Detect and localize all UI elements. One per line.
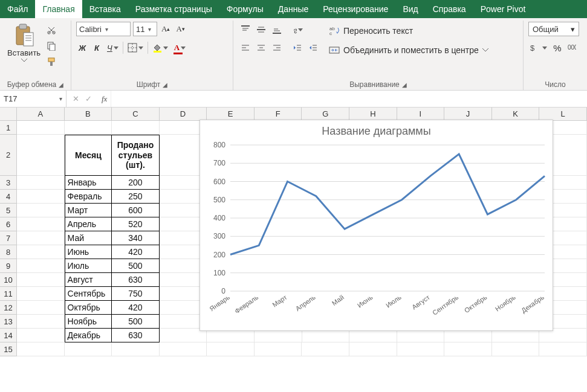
cell[interactable] bbox=[17, 287, 65, 301]
chart-object[interactable]: Название диаграммы 010020030040050060070… bbox=[199, 120, 553, 331]
column-header[interactable]: C bbox=[112, 108, 160, 120]
cell[interactable]: Декабрь bbox=[65, 329, 112, 342]
cell[interactable] bbox=[17, 135, 65, 176]
cell[interactable]: Март bbox=[65, 204, 112, 217]
cell[interactable] bbox=[539, 342, 587, 356]
align-center-button[interactable] bbox=[254, 41, 268, 54]
orientation-button[interactable]: ab bbox=[290, 23, 305, 36]
menu-tab-вставка[interactable]: Вставка bbox=[82, 0, 128, 18]
cell[interactable] bbox=[17, 176, 65, 190]
column-header[interactable]: I bbox=[397, 108, 445, 120]
cell[interactable] bbox=[65, 121, 112, 135]
cell[interactable]: 630 bbox=[112, 273, 160, 287]
number-format-combo[interactable]: Общий ▾ bbox=[528, 22, 579, 36]
cell[interactable] bbox=[17, 329, 65, 342]
enter-formula-button[interactable]: ✓ bbox=[85, 94, 92, 103]
cell[interactable] bbox=[65, 342, 112, 356]
comma-style-button[interactable]: 000 bbox=[566, 41, 578, 54]
column-header[interactable]: K bbox=[492, 108, 540, 120]
column-header[interactable]: J bbox=[444, 108, 492, 120]
cell[interactable] bbox=[255, 342, 302, 356]
copy-button[interactable] bbox=[45, 40, 57, 52]
select-all-corner[interactable] bbox=[0, 108, 17, 121]
align-left-button[interactable] bbox=[238, 41, 253, 54]
align-right-button[interactable] bbox=[270, 41, 284, 54]
cell[interactable]: 420 bbox=[112, 301, 160, 315]
name-box[interactable]: T17 ▾ bbox=[0, 91, 66, 107]
column-header[interactable]: G bbox=[302, 108, 349, 120]
dialog-launcher-icon[interactable]: ◢ bbox=[402, 82, 407, 88]
cell[interactable] bbox=[17, 121, 65, 135]
cell[interactable]: Октябрь bbox=[65, 301, 112, 315]
cell[interactable]: Продано стульев (шт). bbox=[112, 135, 160, 176]
menu-tab-данные[interactable]: Данные bbox=[271, 0, 316, 18]
menu-tab-формулы[interactable]: Формулы bbox=[219, 0, 271, 18]
cell[interactable]: 520 bbox=[112, 217, 160, 231]
wrap-text-button[interactable]: abc Переносить текст bbox=[329, 23, 488, 39]
cell[interactable]: 250 bbox=[112, 190, 160, 204]
column-header[interactable]: F bbox=[255, 108, 302, 120]
row-header[interactable]: 12 bbox=[0, 301, 16, 315]
spreadsheet-grid[interactable]: ABCDEFGHIJKL 123456789101112131415 Месяц… bbox=[0, 108, 587, 392]
font-size-combo[interactable]: 11 ▾ bbox=[133, 22, 157, 36]
cell[interactable] bbox=[112, 121, 160, 135]
cell[interactable] bbox=[112, 342, 160, 356]
menu-tab-главная[interactable]: Главная bbox=[35, 0, 82, 18]
cell[interactable]: Май bbox=[65, 231, 112, 245]
column-header[interactable]: H bbox=[349, 108, 397, 120]
font-family-combo[interactable]: Calibri ▾ bbox=[76, 22, 131, 36]
cell[interactable]: Февраль bbox=[65, 190, 112, 204]
row-header[interactable]: 8 bbox=[0, 245, 16, 259]
accounting-format-button[interactable]: $ bbox=[528, 41, 549, 54]
cell[interactable]: 420 bbox=[112, 245, 160, 259]
row-header[interactable]: 3 bbox=[0, 176, 16, 190]
menu-tab-power-pivot[interactable]: Power Pivot bbox=[473, 0, 533, 18]
row-header[interactable]: 7 bbox=[0, 231, 16, 245]
cell[interactable]: 340 bbox=[112, 231, 160, 245]
formula-input[interactable] bbox=[111, 91, 587, 107]
paste-button[interactable]: Вставить bbox=[5, 22, 43, 63]
cell[interactable]: Август bbox=[65, 273, 112, 287]
cell[interactable] bbox=[17, 231, 65, 245]
cell[interactable]: 750 bbox=[112, 287, 160, 301]
column-header[interactable]: A bbox=[17, 108, 65, 120]
dialog-launcher-icon[interactable]: ◢ bbox=[163, 82, 167, 88]
cell[interactable]: Сентябрь bbox=[65, 287, 112, 301]
cell[interactable] bbox=[207, 342, 255, 356]
cell[interactable]: Июль bbox=[65, 259, 112, 273]
cell[interactable] bbox=[397, 342, 445, 356]
cell[interactable] bbox=[17, 273, 65, 287]
underline-button[interactable]: Ч bbox=[105, 41, 120, 54]
merge-center-button[interactable]: Объединить и поместить в центре bbox=[329, 42, 488, 58]
cell[interactable] bbox=[17, 190, 65, 204]
decrease-font-button[interactable]: A▾ bbox=[174, 22, 186, 36]
row-header[interactable]: 10 bbox=[0, 273, 16, 287]
align-bottom-button[interactable] bbox=[270, 23, 284, 36]
cut-button[interactable] bbox=[45, 24, 57, 36]
cell[interactable] bbox=[302, 342, 349, 356]
cell[interactable] bbox=[492, 342, 540, 356]
row-header[interactable]: 13 bbox=[0, 315, 16, 329]
cell[interactable] bbox=[160, 342, 207, 356]
row-header[interactable]: 6 bbox=[0, 217, 16, 231]
dialog-launcher-icon[interactable]: ◢ bbox=[59, 82, 63, 88]
cell[interactable]: Январь bbox=[65, 176, 112, 190]
row-header[interactable]: 1 bbox=[0, 121, 16, 135]
row-header[interactable]: 4 bbox=[0, 190, 16, 204]
decrease-indent-button[interactable] bbox=[290, 41, 305, 54]
column-header[interactable]: L bbox=[539, 108, 587, 120]
row-header[interactable]: 14 bbox=[0, 329, 16, 342]
cell[interactable]: 630 bbox=[112, 329, 160, 342]
cell[interactable] bbox=[17, 204, 65, 217]
cell[interactable]: Апрель bbox=[65, 217, 112, 231]
align-top-button[interactable] bbox=[238, 23, 253, 36]
cell[interactable] bbox=[444, 342, 492, 356]
cell[interactable]: Ноябрь bbox=[65, 315, 112, 329]
cell[interactable] bbox=[17, 245, 65, 259]
chart-title[interactable]: Название диаграммы bbox=[200, 120, 553, 140]
cell[interactable]: 500 bbox=[112, 315, 160, 329]
cell[interactable]: Месяц bbox=[65, 135, 112, 176]
cell[interactable] bbox=[17, 315, 65, 329]
align-middle-button[interactable] bbox=[254, 23, 268, 36]
menu-tab-разметка-страницы[interactable]: Разметка страницы bbox=[128, 0, 219, 18]
